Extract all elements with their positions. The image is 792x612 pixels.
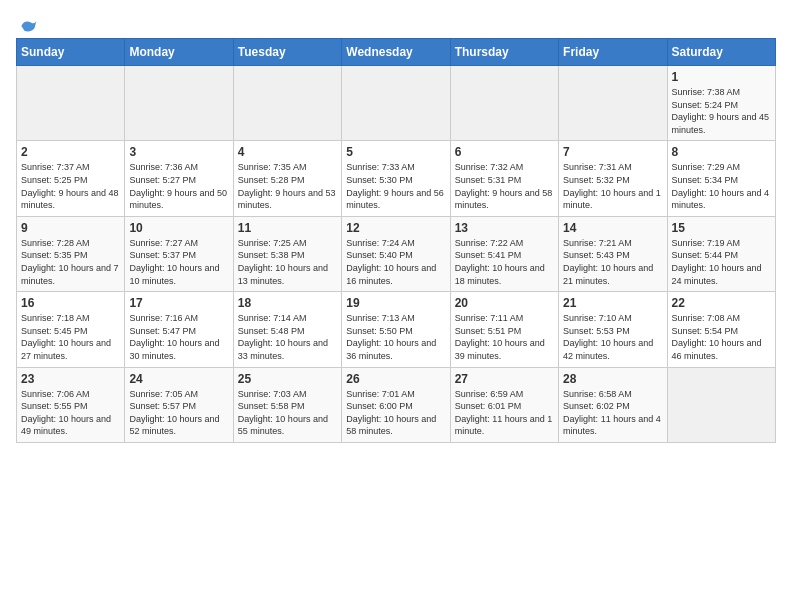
day-info: Sunrise: 7:18 AM Sunset: 5:45 PM Dayligh… <box>21 312 120 362</box>
day-info: Sunrise: 7:24 AM Sunset: 5:40 PM Dayligh… <box>346 237 445 287</box>
calendar-cell: 21Sunrise: 7:10 AM Sunset: 5:53 PM Dayli… <box>559 292 667 367</box>
day-info: Sunrise: 7:10 AM Sunset: 5:53 PM Dayligh… <box>563 312 662 362</box>
calendar-cell: 18Sunrise: 7:14 AM Sunset: 5:48 PM Dayli… <box>233 292 341 367</box>
calendar-week-row: 1Sunrise: 7:38 AM Sunset: 5:24 PM Daylig… <box>17 66 776 141</box>
calendar-cell: 20Sunrise: 7:11 AM Sunset: 5:51 PM Dayli… <box>450 292 558 367</box>
calendar-cell: 22Sunrise: 7:08 AM Sunset: 5:54 PM Dayli… <box>667 292 775 367</box>
calendar-cell: 14Sunrise: 7:21 AM Sunset: 5:43 PM Dayli… <box>559 216 667 291</box>
calendar-cell: 7Sunrise: 7:31 AM Sunset: 5:32 PM Daylig… <box>559 141 667 216</box>
day-number: 20 <box>455 296 554 310</box>
calendar-cell: 4Sunrise: 7:35 AM Sunset: 5:28 PM Daylig… <box>233 141 341 216</box>
day-number: 3 <box>129 145 228 159</box>
day-number: 28 <box>563 372 662 386</box>
calendar-cell: 1Sunrise: 7:38 AM Sunset: 5:24 PM Daylig… <box>667 66 775 141</box>
calendar-cell <box>17 66 125 141</box>
page-header <box>16 16 776 30</box>
calendar-cell: 9Sunrise: 7:28 AM Sunset: 5:35 PM Daylig… <box>17 216 125 291</box>
weekday-header: Monday <box>125 39 233 66</box>
day-info: Sunrise: 7:03 AM Sunset: 5:58 PM Dayligh… <box>238 388 337 438</box>
calendar-cell <box>559 66 667 141</box>
day-info: Sunrise: 7:25 AM Sunset: 5:38 PM Dayligh… <box>238 237 337 287</box>
calendar-cell: 16Sunrise: 7:18 AM Sunset: 5:45 PM Dayli… <box>17 292 125 367</box>
day-info: Sunrise: 7:32 AM Sunset: 5:31 PM Dayligh… <box>455 161 554 211</box>
calendar-cell: 8Sunrise: 7:29 AM Sunset: 5:34 PM Daylig… <box>667 141 775 216</box>
day-info: Sunrise: 7:21 AM Sunset: 5:43 PM Dayligh… <box>563 237 662 287</box>
weekday-header: Sunday <box>17 39 125 66</box>
logo <box>16 16 38 30</box>
day-number: 25 <box>238 372 337 386</box>
day-number: 5 <box>346 145 445 159</box>
day-info: Sunrise: 7:29 AM Sunset: 5:34 PM Dayligh… <box>672 161 771 211</box>
day-info: Sunrise: 7:36 AM Sunset: 5:27 PM Dayligh… <box>129 161 228 211</box>
calendar-cell <box>233 66 341 141</box>
calendar-cell: 19Sunrise: 7:13 AM Sunset: 5:50 PM Dayli… <box>342 292 450 367</box>
calendar-week-row: 9Sunrise: 7:28 AM Sunset: 5:35 PM Daylig… <box>17 216 776 291</box>
day-number: 2 <box>21 145 120 159</box>
day-number: 9 <box>21 221 120 235</box>
calendar-cell: 15Sunrise: 7:19 AM Sunset: 5:44 PM Dayli… <box>667 216 775 291</box>
day-info: Sunrise: 7:27 AM Sunset: 5:37 PM Dayligh… <box>129 237 228 287</box>
day-number: 6 <box>455 145 554 159</box>
calendar-cell: 6Sunrise: 7:32 AM Sunset: 5:31 PM Daylig… <box>450 141 558 216</box>
calendar-cell <box>450 66 558 141</box>
calendar-cell: 27Sunrise: 6:59 AM Sunset: 6:01 PM Dayli… <box>450 367 558 442</box>
calendar-cell: 17Sunrise: 7:16 AM Sunset: 5:47 PM Dayli… <box>125 292 233 367</box>
day-number: 15 <box>672 221 771 235</box>
weekday-header: Saturday <box>667 39 775 66</box>
day-number: 8 <box>672 145 771 159</box>
calendar-cell <box>125 66 233 141</box>
day-info: Sunrise: 7:14 AM Sunset: 5:48 PM Dayligh… <box>238 312 337 362</box>
calendar-week-row: 16Sunrise: 7:18 AM Sunset: 5:45 PM Dayli… <box>17 292 776 367</box>
day-info: Sunrise: 7:33 AM Sunset: 5:30 PM Dayligh… <box>346 161 445 211</box>
calendar-week-row: 23Sunrise: 7:06 AM Sunset: 5:55 PM Dayli… <box>17 367 776 442</box>
day-number: 10 <box>129 221 228 235</box>
day-info: Sunrise: 7:22 AM Sunset: 5:41 PM Dayligh… <box>455 237 554 287</box>
day-number: 24 <box>129 372 228 386</box>
logo-icon <box>18 16 38 36</box>
day-info: Sunrise: 7:35 AM Sunset: 5:28 PM Dayligh… <box>238 161 337 211</box>
calendar-cell <box>342 66 450 141</box>
day-info: Sunrise: 7:01 AM Sunset: 6:00 PM Dayligh… <box>346 388 445 438</box>
day-number: 22 <box>672 296 771 310</box>
day-info: Sunrise: 6:59 AM Sunset: 6:01 PM Dayligh… <box>455 388 554 438</box>
day-info: Sunrise: 7:08 AM Sunset: 5:54 PM Dayligh… <box>672 312 771 362</box>
day-number: 27 <box>455 372 554 386</box>
day-info: Sunrise: 7:16 AM Sunset: 5:47 PM Dayligh… <box>129 312 228 362</box>
weekday-header: Wednesday <box>342 39 450 66</box>
day-number: 14 <box>563 221 662 235</box>
calendar-cell: 28Sunrise: 6:58 AM Sunset: 6:02 PM Dayli… <box>559 367 667 442</box>
day-number: 1 <box>672 70 771 84</box>
weekday-header: Friday <box>559 39 667 66</box>
day-number: 23 <box>21 372 120 386</box>
calendar-cell: 5Sunrise: 7:33 AM Sunset: 5:30 PM Daylig… <box>342 141 450 216</box>
calendar-cell: 2Sunrise: 7:37 AM Sunset: 5:25 PM Daylig… <box>17 141 125 216</box>
calendar-cell: 12Sunrise: 7:24 AM Sunset: 5:40 PM Dayli… <box>342 216 450 291</box>
day-info: Sunrise: 7:19 AM Sunset: 5:44 PM Dayligh… <box>672 237 771 287</box>
calendar-header-row: SundayMondayTuesdayWednesdayThursdayFrid… <box>17 39 776 66</box>
day-number: 13 <box>455 221 554 235</box>
day-info: Sunrise: 7:13 AM Sunset: 5:50 PM Dayligh… <box>346 312 445 362</box>
calendar-cell <box>667 367 775 442</box>
calendar-cell: 26Sunrise: 7:01 AM Sunset: 6:00 PM Dayli… <box>342 367 450 442</box>
day-number: 26 <box>346 372 445 386</box>
calendar-cell: 24Sunrise: 7:05 AM Sunset: 5:57 PM Dayli… <box>125 367 233 442</box>
day-info: Sunrise: 7:38 AM Sunset: 5:24 PM Dayligh… <box>672 86 771 136</box>
calendar-cell: 13Sunrise: 7:22 AM Sunset: 5:41 PM Dayli… <box>450 216 558 291</box>
calendar-cell: 11Sunrise: 7:25 AM Sunset: 5:38 PM Dayli… <box>233 216 341 291</box>
day-info: Sunrise: 7:28 AM Sunset: 5:35 PM Dayligh… <box>21 237 120 287</box>
day-number: 11 <box>238 221 337 235</box>
day-info: Sunrise: 7:06 AM Sunset: 5:55 PM Dayligh… <box>21 388 120 438</box>
day-number: 12 <box>346 221 445 235</box>
day-number: 19 <box>346 296 445 310</box>
day-number: 4 <box>238 145 337 159</box>
calendar-cell: 25Sunrise: 7:03 AM Sunset: 5:58 PM Dayli… <box>233 367 341 442</box>
calendar-table: SundayMondayTuesdayWednesdayThursdayFrid… <box>16 38 776 443</box>
day-number: 21 <box>563 296 662 310</box>
calendar-cell: 23Sunrise: 7:06 AM Sunset: 5:55 PM Dayli… <box>17 367 125 442</box>
weekday-header: Thursday <box>450 39 558 66</box>
day-number: 7 <box>563 145 662 159</box>
day-info: Sunrise: 7:05 AM Sunset: 5:57 PM Dayligh… <box>129 388 228 438</box>
day-info: Sunrise: 7:31 AM Sunset: 5:32 PM Dayligh… <box>563 161 662 211</box>
calendar-cell: 10Sunrise: 7:27 AM Sunset: 5:37 PM Dayli… <box>125 216 233 291</box>
calendar-week-row: 2Sunrise: 7:37 AM Sunset: 5:25 PM Daylig… <box>17 141 776 216</box>
